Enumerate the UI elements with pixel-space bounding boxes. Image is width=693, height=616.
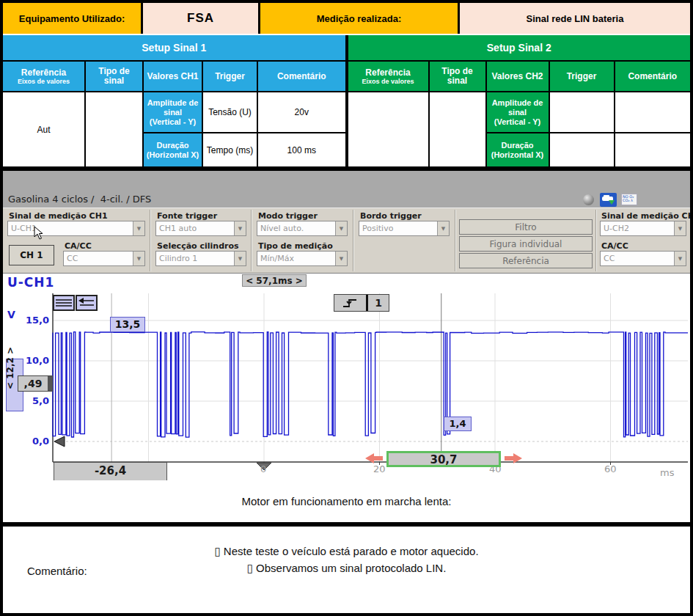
measurement-label: Medição realizada:	[260, 3, 458, 34]
col-trigger-2: Trigger	[550, 62, 614, 91]
vehicle-icon[interactable]	[600, 193, 617, 207]
motor-caption: Motor em funcionamento em marcha lenta:	[3, 480, 690, 522]
trace-lines-icon[interactable]	[53, 295, 75, 311]
chevron-down-icon[interactable]: ▼	[674, 221, 686, 235]
col-tipo-sinal-2: Tipo de sinal	[430, 62, 485, 91]
status-sphere-icon	[583, 194, 594, 205]
measure-type-label: Tipo de medição	[258, 241, 333, 251]
scope-chart: U-CH1 < 57,1ms > 1 V 15,0 10,0 5,0 0,0	[3, 274, 690, 480]
trigger-mode-label: Modo trigger	[258, 211, 318, 221]
chevron-down-icon[interactable]: ▼	[133, 221, 144, 235]
cell-tempo: Tempo (ms)	[203, 133, 257, 166]
separator	[455, 210, 456, 271]
ch1-button[interactable]: CH 1	[9, 245, 54, 265]
right-cursor-value-box[interactable]: 1,4	[444, 417, 472, 431]
col-referencia-2: Referência Eixos de valores	[348, 62, 428, 91]
cell-tensao: Tensão (U)	[203, 92, 257, 132]
channel-trace-label: U-CH1	[7, 275, 54, 290]
trigger-source-label: Fonte trigger	[157, 211, 217, 221]
setup-tables: Setup Sinal 1 Referência Eixos de valore…	[3, 35, 690, 166]
x-axis-unit: ms	[660, 467, 674, 478]
cell-trigger-aut: Aut	[3, 92, 84, 166]
separator	[150, 210, 151, 271]
x-tick-20: 20	[373, 463, 386, 474]
report-header: Equipamento Utilizado: FSA Medição reali…	[3, 3, 690, 34]
ca-cc-label: CA/CC	[65, 241, 92, 251]
chevron-down-icon[interactable]: ▼	[234, 221, 246, 235]
trigger-level-handle[interactable]: ,49	[18, 375, 53, 392]
trigger-edge-icon	[334, 295, 368, 311]
ca-cc-ch2-dropdown[interactable]: CC▼	[600, 251, 686, 266]
col-comentario: Comentário	[258, 62, 345, 91]
comment-lines: ▯ Neste teste o veículo está parado e mo…	[3, 543, 690, 576]
row-amplitude-label: Amplitude de sinal (Vertical - Y)	[144, 92, 202, 132]
scope-title-bar: Gasolina 4 ciclos / 4-cil. / DFS NO O₂ C…	[3, 191, 690, 208]
figura-individual-button[interactable]: Figura individual	[459, 236, 593, 252]
x-tick-0: 0	[260, 463, 266, 474]
col-comentario-2: Comentário	[615, 62, 691, 91]
separator	[595, 210, 597, 271]
col-referencia: Referência Eixos de valores	[3, 62, 84, 91]
y-tick-15: 15,0	[15, 315, 49, 326]
mouse-cursor	[34, 226, 44, 241]
comment-line: ▯ Observamos um sinal protocolado LIN.	[3, 560, 690, 576]
cell-valor2-ch2	[615, 133, 691, 166]
y-tick-0: 0,0	[15, 436, 49, 447]
cylinder-select-label: Selecção cilindros	[157, 241, 239, 251]
filtro-button[interactable]: Filtro	[459, 219, 593, 235]
chevron-down-icon[interactable]: ▼	[234, 252, 246, 265]
col-tipo-sinal: Tipo de sinal	[86, 62, 142, 91]
setup2-title: Setup Sinal 2	[348, 35, 691, 60]
equip-label: Equipamento Utilizado:	[3, 3, 141, 34]
ca-cc-ch2-label: CA/CC	[601, 241, 628, 251]
chevron-down-icon[interactable]: ▼	[437, 221, 449, 235]
referencia-button[interactable]: Referência	[459, 253, 593, 268]
cylinder-select-dropdown[interactable]: Cilindro 1▼	[155, 251, 246, 266]
comment-section: Comentário: ▯ Neste teste o veículo está…	[3, 527, 690, 613]
trigger-edge-dropdown[interactable]: Positivo▼	[359, 221, 450, 236]
setup-table-ch1: Setup Sinal 1 Referência Eixos de valore…	[3, 35, 345, 166]
trigger-edge-label: Bordo trigger	[360, 211, 422, 221]
separator	[353, 210, 354, 271]
row-amplitude-label-2: Amplitude de sinal (Vertical - Y)	[487, 92, 549, 132]
cell-comment-ch2	[430, 92, 485, 166]
chevron-down-icon[interactable]: ▼	[335, 252, 347, 265]
scope-screenshot: Gasolina 4 ciclos / 4-cil. / DFS NO O₂ C…	[3, 171, 690, 480]
row-duracao-label: Duração (Horizontal X)	[144, 133, 202, 166]
report-page: Equipamento Utilizado: FSA Medição reali…	[0, 0, 693, 616]
delta-time-readout[interactable]: < 57,1ms >	[242, 274, 307, 287]
right-cursor-time-box[interactable]: 30,7	[386, 451, 501, 467]
left-cursor-value-box[interactable]: 13,5	[110, 317, 145, 332]
cell-20v: 20v	[258, 92, 345, 132]
measurement-value: Sinal rede LIN bateria	[460, 3, 690, 34]
row-duracao-label-2: Duração (Horizontal X)	[487, 133, 549, 166]
ch1-signal-label: Sinal de medição CH1	[9, 211, 108, 221]
ch2-signal-dropdown[interactable]: U-CH2▼	[600, 221, 686, 236]
setup1-title: Setup Sinal 1	[3, 35, 345, 60]
x-tick-60: 60	[604, 463, 617, 474]
chevron-down-icon[interactable]: ▼	[133, 252, 144, 265]
ch2-signal-label: Sinal de medição CH2	[601, 211, 693, 221]
cell-tempo-ch2	[550, 133, 614, 166]
cell-valor-ch2	[615, 92, 691, 132]
cell-trigger-ch2	[348, 92, 428, 166]
separator	[251, 210, 252, 271]
col-valores-ch2: Valores CH2	[487, 62, 549, 91]
col-trigger: Trigger	[203, 62, 257, 91]
trigger-badge[interactable]: 1	[334, 294, 389, 312]
ch1-signal-dropdown[interactable]: U-CH1▼	[7, 221, 145, 236]
left-cursor-time-box[interactable]: -26,4	[54, 462, 167, 480]
trigger-source-dropdown[interactable]: CH1 auto▼	[155, 221, 246, 236]
scope-title: Gasolina 4 ciclos / 4-cil. / DFS	[8, 194, 151, 205]
measure-type-dropdown[interactable]: Mín/Máx▼	[257, 251, 348, 266]
cell-tipo-ch2	[550, 92, 614, 132]
ca-cc-dropdown[interactable]: CC▼	[63, 251, 145, 266]
emissions-icon[interactable]: NO O₂ CO₂ λ	[621, 194, 637, 205]
feed-direction-icon[interactable]	[76, 295, 98, 311]
chevron-down-icon[interactable]: ▼	[335, 221, 347, 235]
motor-caption-text: Motor em funcionamento em marcha lenta:	[242, 495, 452, 507]
trigger-mode-dropdown[interactable]: Nível auto.▼	[257, 221, 348, 236]
chevron-down-icon[interactable]: ▼	[674, 252, 686, 265]
setup-table-ch2: Setup Sinal 2 Referência Eixos de valore…	[348, 35, 691, 166]
scope-control-panel: Sinal de medição CH1 U-CH1▼ Fonte trigge…	[3, 208, 690, 274]
